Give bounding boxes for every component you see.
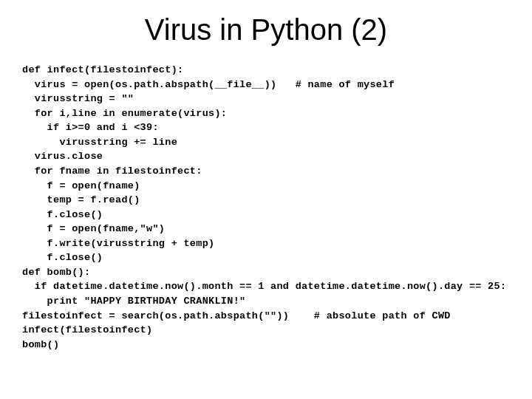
slide: Virus in Python (2) def infect(filestoin… bbox=[0, 0, 532, 365]
page-title: Virus in Python (2) bbox=[22, 13, 510, 47]
code-block: def infect(filestoinfect): virus = open(… bbox=[22, 63, 510, 352]
